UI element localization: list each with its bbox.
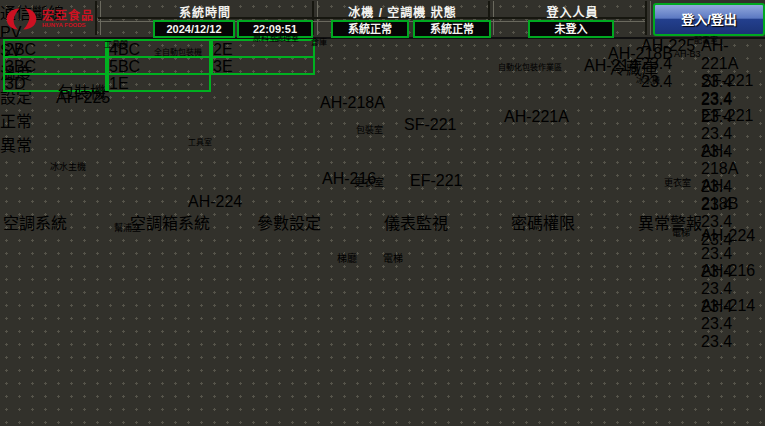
equipment-name: AH-214 — [701, 297, 755, 314]
pv-value: 23.4 — [701, 245, 732, 262]
equipment-button[interactable]: AH-218A — [701, 142, 763, 178]
stairs-icon — [45, 6, 97, 32]
shaft-x-icon — [322, 244, 335, 268]
room-label: 倉庫 — [311, 36, 327, 47]
room-label: 工具間 — [104, 38, 128, 49]
device-comm-fail-icon[interactable] — [406, 85, 436, 114]
device-comm-fail-icon[interactable] — [218, 182, 248, 211]
nav-button[interactable]: 異常警報 — [638, 210, 702, 234]
equipment-name: AH-218A — [701, 142, 738, 177]
equipment-name: SF-221 — [701, 72, 753, 89]
pv-value: 23.4 — [641, 55, 672, 72]
shaft-x-icon — [415, 244, 428, 268]
room-label: 冰水主機 — [50, 160, 86, 173]
equipment-button[interactable]: AH-221A — [701, 37, 763, 73]
empty-slot — [641, 88, 695, 99]
equipment-name: AH-221A — [701, 37, 738, 72]
shaft-x-icon — [345, 40, 357, 56]
room-label: 電梯 — [383, 250, 403, 265]
ahu-status-value: 系統正常 — [413, 20, 491, 38]
device-comm-fail-icon[interactable] — [326, 182, 356, 211]
device-comm-fail-icon[interactable] — [553, 52, 583, 80]
nav-button[interactable]: 儀表監視 — [384, 210, 448, 234]
system-date-value: 2024/12/12 — [153, 20, 235, 38]
equipment-name: AH-225 — [641, 37, 695, 54]
shaft-x-icon — [387, 40, 399, 56]
room-label: 包裝室 — [356, 123, 383, 136]
zone-button[interactable]: 1E — [107, 73, 211, 92]
nav-button[interactable]: 參數設定 — [257, 210, 321, 234]
equipment-button[interactable]: EF-221 — [701, 107, 763, 125]
system-time-label: 系統時間 — [130, 3, 280, 20]
equipment-button[interactable]: AH-225 — [641, 37, 697, 55]
room-label: 原料室 — [253, 32, 277, 43]
equipment-button[interactable]: AH-216 — [701, 262, 763, 280]
device-comm-fail-icon[interactable] — [358, 85, 388, 115]
nav-button[interactable]: 空調箱系統 — [130, 210, 210, 234]
empty-slot — [641, 72, 695, 83]
device-label: AH-225 — [56, 89, 110, 107]
pv-value: 23.4 — [701, 280, 732, 297]
equipment-button[interactable]: AH-214 — [701, 297, 763, 315]
shaft-box — [370, 244, 383, 268]
pv-value: 23.4 — [701, 315, 732, 332]
equipment-button[interactable]: AH-224 — [701, 227, 763, 245]
equipment-name: AH-216 — [701, 262, 755, 279]
device-comm-fail-icon[interactable] — [62, 106, 98, 136]
shaft-box — [402, 244, 414, 268]
equipment-name: AH-224 — [701, 227, 755, 244]
brand-icon — [4, 4, 39, 34]
shaft-box — [356, 244, 369, 268]
machine-status-label: 冰機 / 空調機 狀態 — [320, 3, 485, 20]
nav-button[interactable]: 空調系統 — [3, 210, 67, 234]
room-label: 工具室 — [188, 136, 212, 147]
room-label: 全自動包裝機 — [154, 46, 202, 57]
equipment-name: AH-218B — [701, 177, 738, 212]
shaft-x-icon — [68, 242, 83, 267]
stairs-icon — [543, 6, 605, 34]
equipment-button[interactable]: SF-221 — [701, 72, 763, 90]
equipment-button[interactable]: AH-218B — [701, 177, 763, 213]
room-label: 調理室 — [275, 32, 299, 43]
device-comm-fail-icon[interactable] — [413, 182, 442, 211]
pv-value: 23.4 — [701, 90, 732, 107]
shaft-x-icon — [308, 244, 321, 268]
equipment-name: EF-221 — [701, 107, 753, 124]
empty-slot — [701, 360, 759, 375]
room-label: 梯廳 — [337, 250, 357, 265]
chiller-status-value: 系統正常 — [331, 20, 409, 38]
shaft-x-icon — [85, 242, 100, 267]
device-comm-fail-icon[interactable] — [511, 119, 542, 150]
empty-slot — [701, 337, 759, 352]
device-label: SF-221 — [404, 116, 456, 134]
nav-button[interactable]: 密碼權限 — [511, 210, 575, 234]
pv-value: 23.4 — [701, 125, 732, 142]
